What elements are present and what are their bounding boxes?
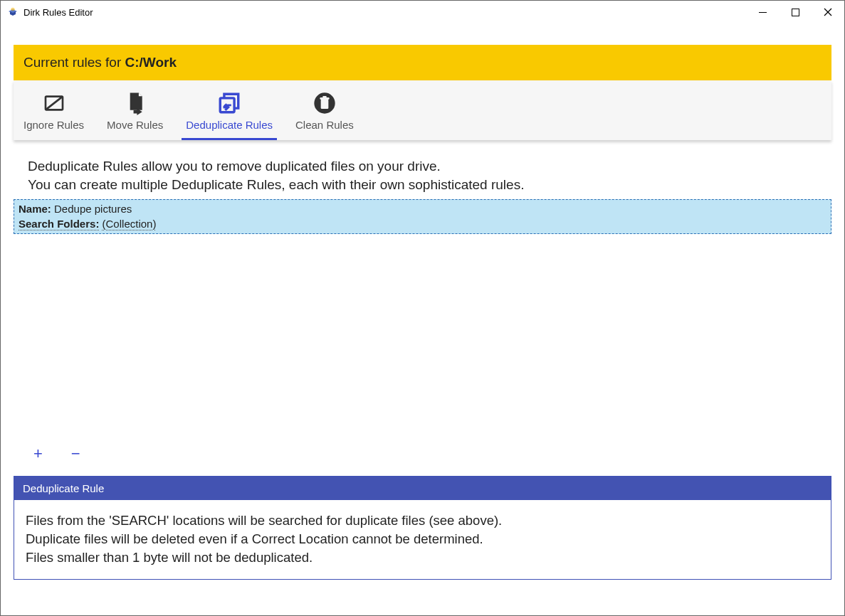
deduplicate-icon (215, 90, 243, 116)
svg-rect-1 (792, 9, 799, 16)
banner: Current rules for C:/Work (14, 45, 831, 80)
panel-line: Duplicate files will be deleted even if … (26, 530, 819, 548)
rule-name-value: Dedupe pictures (54, 203, 132, 215)
svg-line-5 (46, 97, 63, 110)
app-icon (6, 6, 19, 18)
svg-rect-11 (322, 96, 326, 98)
panel-line: Files smaller than 1 byte will not be de… (26, 548, 819, 567)
rule-search-label: Search Folders: (19, 218, 99, 230)
desc-line: You can create multiple Deduplicate Rule… (28, 176, 817, 194)
remove-rule-button[interactable]: − (71, 446, 80, 462)
rule-search-value: (Collection) (103, 218, 157, 230)
rule-list-empty-space (14, 234, 831, 440)
rule-search-row: Search Folders: (Collection) (19, 217, 826, 231)
move-icon (121, 90, 149, 116)
banner-prefix: Current rules for (23, 55, 125, 70)
tab-move-rules[interactable]: Move Rules (103, 90, 167, 140)
tab-label: Ignore Rules (23, 119, 84, 131)
tab-deduplicate-rules[interactable]: Deduplicate Rules (182, 90, 277, 140)
tab-description: Deduplicate Rules allow you to remove du… (14, 140, 831, 199)
minimize-button[interactable] (746, 1, 779, 23)
titlebar: Dirk Rules Editor (1, 1, 844, 23)
tab-label: Move Rules (107, 119, 163, 131)
content-area: Current rules for C:/Work Ignore Rules M… (1, 45, 844, 593)
rule-name-row: Name: Dedupe pictures (19, 202, 826, 216)
panel-body: Files from the 'SEARCH' locations will b… (14, 500, 831, 580)
window-title: Dirk Rules Editor (23, 7, 93, 18)
ignore-icon (40, 90, 68, 116)
tab-ignore-rules[interactable]: Ignore Rules (19, 90, 88, 140)
rule-list: Name: Dedupe pictures Search Folders: (C… (14, 199, 831, 234)
add-rule-button[interactable]: + (33, 446, 43, 462)
tab-label: Deduplicate Rules (186, 119, 273, 131)
desc-line: Deduplicate Rules allow you to remove du… (28, 157, 817, 176)
rule-list-item[interactable]: Name: Dedupe pictures Search Folders: (C… (14, 199, 831, 234)
panel-line: Files from the 'SEARCH' locations will b… (26, 511, 819, 530)
panel-header: Deduplicate Rule (14, 477, 831, 500)
list-controls: + − (14, 446, 831, 462)
tab-label: Clean Rules (295, 119, 354, 131)
maximize-button[interactable] (779, 1, 812, 23)
rule-name-label: Name: (19, 203, 51, 215)
svg-rect-9 (321, 100, 329, 109)
banner-path: C:/Work (125, 55, 177, 70)
tabbar: Ignore Rules Move Rules (14, 80, 831, 140)
details-panel: Deduplicate Rule Files from the 'SEARCH'… (14, 476, 831, 580)
clean-icon (310, 90, 339, 116)
tab-clean-rules[interactable]: Clean Rules (291, 90, 358, 140)
close-button[interactable] (812, 1, 844, 23)
